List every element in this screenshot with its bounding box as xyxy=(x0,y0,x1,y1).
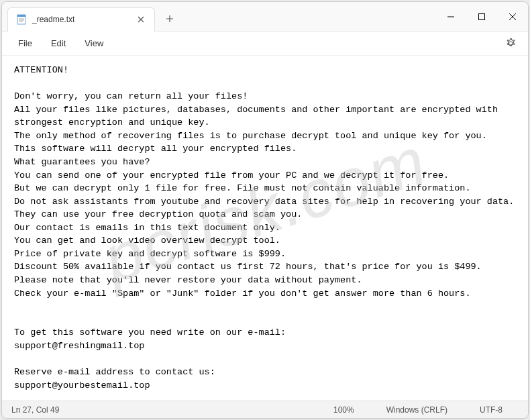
menubar: File Edit View xyxy=(2,32,528,56)
menu-edit[interactable]: Edit xyxy=(42,34,75,52)
menu-file[interactable]: File xyxy=(9,34,42,52)
gear-icon xyxy=(505,38,517,50)
notepad-window: _readme.txt File Edit View xyxy=(1,1,529,419)
titlebar: _readme.txt xyxy=(2,2,528,32)
new-tab-button[interactable] xyxy=(159,8,180,30)
status-zoom: 100% xyxy=(317,405,370,415)
statusbar: Ln 27, Col 49 100% Windows (CRLF) UTF-8 xyxy=(2,401,528,418)
notepad-icon xyxy=(16,14,27,25)
text-content[interactable]: ATTENTION! Don't worry, you can return a… xyxy=(2,56,528,401)
status-eol: Windows (CRLF) xyxy=(370,405,464,415)
tab-title: _readme.txt xyxy=(32,15,136,24)
status-encoding: UTF-8 xyxy=(464,405,519,415)
menu-view[interactable]: View xyxy=(75,34,113,52)
tab-active[interactable]: _readme.txt xyxy=(7,7,155,32)
maximize-button[interactable] xyxy=(466,2,497,31)
close-button[interactable] xyxy=(497,2,528,31)
window-controls xyxy=(435,2,528,31)
svg-rect-5 xyxy=(479,13,485,19)
tab-close-button[interactable] xyxy=(136,14,146,25)
minimize-button[interactable] xyxy=(435,2,466,31)
settings-button[interactable] xyxy=(500,33,521,54)
status-position: Ln 27, Col 49 xyxy=(11,405,317,415)
document-text: ATTENTION! Don't worry, you can return a… xyxy=(14,65,514,401)
svg-rect-1 xyxy=(17,15,25,17)
